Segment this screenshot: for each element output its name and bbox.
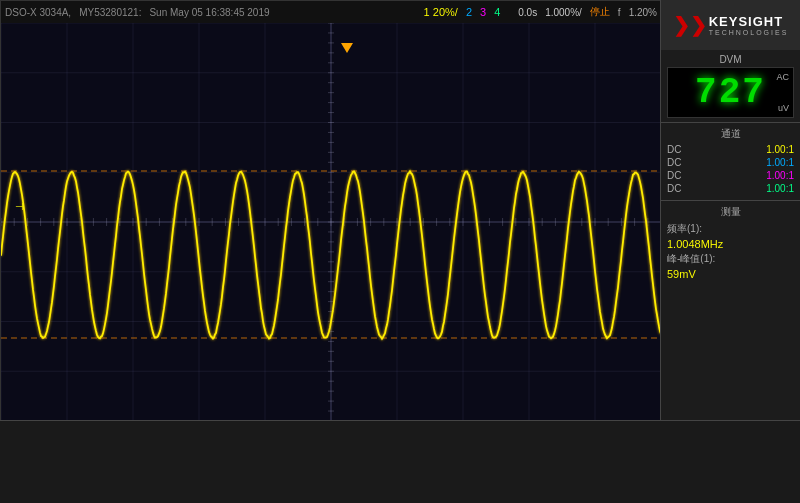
ch2-coupling: DC <box>667 157 681 168</box>
freq-label-row: 频率(1): <box>667 222 794 236</box>
ch2-label: 2 <box>466 6 472 18</box>
datetime-info: Sun May 05 16:38:45 2019 <box>149 7 269 18</box>
trigger-arrow <box>341 43 353 53</box>
measurements-title: 测量 <box>667 205 794 219</box>
brand-sub: TECHNOLOGIES <box>709 29 789 36</box>
dvm-mode: AC <box>776 72 789 82</box>
channel-title: 通道 <box>667 127 794 141</box>
pkpk-label-row: 峰-峰值(1): <box>667 252 794 266</box>
time-scale: 1.000%/ <box>545 7 582 18</box>
channel-row-1: DC 1.00:1 <box>667 144 794 155</box>
dvm-section: DVM AC 727 uV <box>661 50 800 123</box>
ch1-coupling: DC <box>667 144 681 155</box>
trigger-level: 1.20% <box>629 7 657 18</box>
time-position: 0.0s <box>518 7 537 18</box>
ch2-coupling-val: 1.00:1 <box>766 157 794 168</box>
freq-value: 1.0048MHz <box>667 238 723 250</box>
pkpk-value-row: 59mV <box>667 268 794 280</box>
channel-row-3: DC 1.00:1 <box>667 170 794 181</box>
status-bar: DSO-X 3034A, MY53280121: Sun May 05 16:3… <box>1 1 661 23</box>
scope-display: DSO-X 3034A, MY53280121: Sun May 05 16:3… <box>0 0 660 420</box>
pkpk-value: 59mV <box>667 268 696 280</box>
serial-info: MY53280121: <box>79 7 141 18</box>
dvm-value: 727 <box>672 72 789 113</box>
model-info: DSO-X 3034A, <box>5 7 71 18</box>
run-status: 停止 <box>590 5 610 19</box>
channel-row-2: DC 1.00:1 <box>667 157 794 168</box>
waveform-canvas <box>1 23 661 421</box>
brand-name: KEYSIGHT <box>709 14 789 29</box>
measurements-section: 测量 频率(1): 1.0048MHz 峰-峰值(1): 59mV <box>661 201 800 286</box>
channel-section: 通道 DC 1.00:1 DC 1.00:1 DC 1.00:1 DC 1.00… <box>661 123 800 201</box>
freq-value-row: 1.0048MHz <box>667 238 794 250</box>
ch4-coupling-val: 1.00:1 <box>766 183 794 194</box>
ch3-coupling: DC <box>667 170 681 181</box>
ch1-scale: 1 20%/ <box>424 6 458 18</box>
ch3-coupling-val: 1.00:1 <box>766 170 794 181</box>
ch3-label: 3 <box>480 6 486 18</box>
dvm-display: AC 727 uV <box>667 67 794 118</box>
ch4-label: 4 <box>494 6 500 18</box>
dvm-label: DVM <box>667 54 794 65</box>
logo-area: ❯❯ KEYSIGHT TECHNOLOGIES <box>661 0 800 50</box>
bottom-bar: 帮助菜单 开始使用 关于此 示波器 语言 Chinese S 培训信号 ▼ <box>0 420 800 503</box>
channel-row-4: DC 1.00:1 <box>667 183 794 194</box>
cursor-indicator: ⊣ <box>15 201 24 212</box>
logo-chevron: ❯❯ <box>673 13 707 37</box>
trigger-indicator: f <box>618 7 621 18</box>
dvm-unit: uV <box>778 103 789 113</box>
ch4-coupling: DC <box>667 183 681 194</box>
ch1-coupling-val: 1.00:1 <box>766 144 794 155</box>
